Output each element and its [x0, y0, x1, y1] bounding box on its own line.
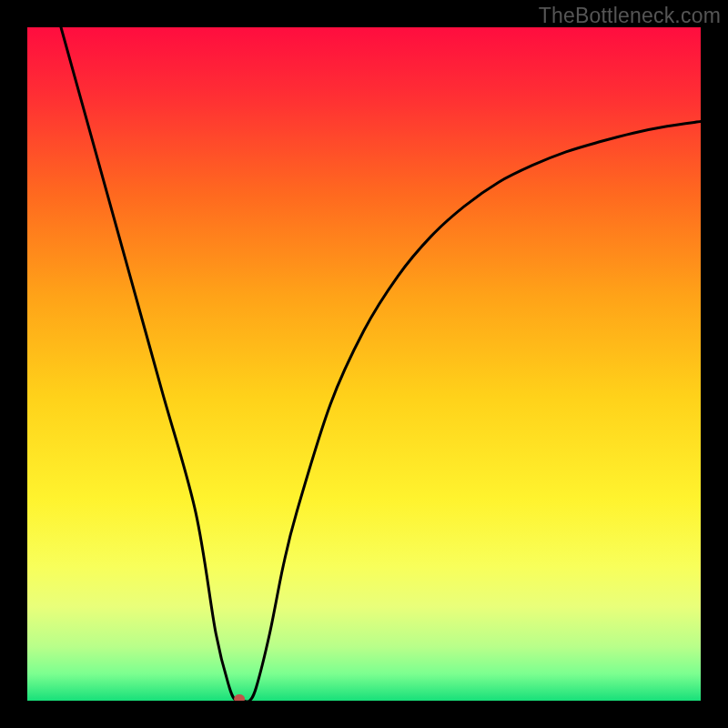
plot-area [27, 27, 701, 701]
gradient-background [27, 27, 701, 701]
chart-svg [27, 27, 701, 701]
chart-frame: TheBottleneck.com [0, 0, 728, 728]
watermark-text: TheBottleneck.com [539, 4, 721, 28]
